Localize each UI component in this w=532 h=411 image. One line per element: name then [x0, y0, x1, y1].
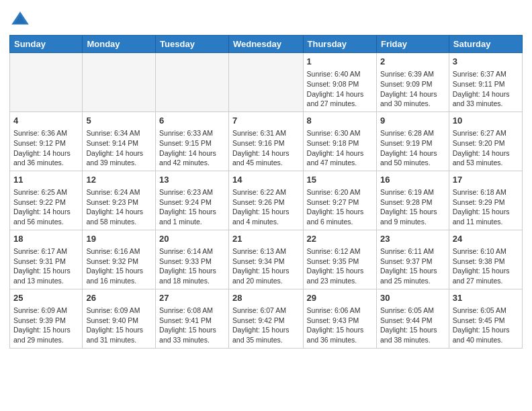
calendar-day-cell: 22Sunrise: 6:12 AMSunset: 9:35 PMDayligh…	[303, 230, 376, 289]
day-number: 21	[232, 233, 300, 245]
day-info: Sunrise: 6:40 AMSunset: 9:08 PMDaylight:…	[307, 69, 373, 109]
calendar-day-cell: 17Sunrise: 6:18 AMSunset: 9:29 PMDayligh…	[449, 171, 522, 230]
day-number: 5	[86, 115, 152, 127]
calendar-week-row: 18Sunrise: 6:17 AMSunset: 9:31 PMDayligh…	[10, 230, 523, 289]
day-number: 20	[159, 233, 225, 245]
logo	[9, 9, 34, 31]
day-number: 13	[159, 174, 225, 186]
day-number: 11	[13, 174, 79, 186]
day-info: Sunrise: 6:08 AMSunset: 9:41 PMDaylight:…	[159, 306, 225, 345]
weekday-header: Tuesday	[156, 36, 229, 53]
day-info: Sunrise: 6:22 AMSunset: 9:26 PMDaylight:…	[232, 187, 300, 227]
day-info: Sunrise: 6:34 AMSunset: 9:14 PMDaylight:…	[86, 128, 152, 168]
logo-icon	[9, 9, 31, 31]
day-info: Sunrise: 6:07 AMSunset: 9:42 PMDaylight:…	[232, 306, 300, 345]
calendar-day-cell	[10, 53, 83, 112]
day-number: 19	[86, 233, 152, 245]
day-info: Sunrise: 6:06 AMSunset: 9:43 PMDaylight:…	[307, 306, 373, 345]
day-number: 27	[159, 292, 225, 304]
calendar-day-cell: 24Sunrise: 6:10 AMSunset: 9:38 PMDayligh…	[449, 230, 522, 289]
day-info: Sunrise: 6:37 AMSunset: 9:11 PMDaylight:…	[453, 69, 519, 109]
weekday-header: Friday	[376, 36, 449, 53]
day-info: Sunrise: 6:16 AMSunset: 9:32 PMDaylight:…	[86, 246, 152, 286]
day-info: Sunrise: 6:23 AMSunset: 9:24 PMDaylight:…	[159, 187, 225, 227]
day-info: Sunrise: 6:18 AMSunset: 9:29 PMDaylight:…	[453, 187, 519, 227]
weekday-header: Saturday	[449, 36, 522, 53]
day-info: Sunrise: 6:24 AMSunset: 9:23 PMDaylight:…	[86, 187, 152, 227]
day-number: 17	[453, 174, 519, 186]
weekday-header: Monday	[83, 36, 156, 53]
day-number: 16	[380, 174, 445, 186]
day-info: Sunrise: 6:17 AMSunset: 9:31 PMDaylight:…	[13, 246, 79, 286]
calendar-week-row: 1Sunrise: 6:40 AMSunset: 9:08 PMDaylight…	[10, 53, 523, 112]
calendar-day-cell: 7Sunrise: 6:31 AMSunset: 9:16 PMDaylight…	[228, 111, 303, 171]
calendar-day-cell: 3Sunrise: 6:37 AMSunset: 9:11 PMDaylight…	[449, 53, 522, 112]
calendar-day-cell	[83, 53, 156, 112]
weekday-header-row: SundayMondayTuesdayWednesdayThursdayFrid…	[10, 36, 523, 53]
weekday-header: Wednesday	[228, 36, 303, 53]
day-number: 10	[453, 115, 519, 127]
page-header	[9, 7, 523, 31]
day-number: 25	[13, 292, 79, 304]
calendar-day-cell: 4Sunrise: 6:36 AMSunset: 9:12 PMDaylight…	[10, 111, 83, 171]
day-info: Sunrise: 6:31 AMSunset: 9:16 PMDaylight:…	[232, 128, 300, 168]
day-info: Sunrise: 6:27 AMSunset: 9:20 PMDaylight:…	[453, 128, 519, 168]
day-number: 24	[453, 233, 519, 245]
day-number: 30	[380, 292, 445, 304]
calendar-table: SundayMondayTuesdayWednesdayThursdayFrid…	[9, 35, 523, 349]
calendar-day-cell: 15Sunrise: 6:20 AMSunset: 9:27 PMDayligh…	[303, 171, 376, 230]
day-info: Sunrise: 6:19 AMSunset: 9:28 PMDaylight:…	[380, 187, 445, 227]
day-number: 29	[307, 292, 373, 304]
calendar-day-cell: 29Sunrise: 6:06 AMSunset: 9:43 PMDayligh…	[303, 289, 376, 348]
day-number: 3	[453, 56, 519, 68]
day-info: Sunrise: 6:10 AMSunset: 9:38 PMDaylight:…	[453, 246, 519, 286]
calendar-day-cell: 5Sunrise: 6:34 AMSunset: 9:14 PMDaylight…	[83, 111, 156, 171]
calendar-day-cell	[156, 53, 229, 112]
day-number: 22	[307, 233, 373, 245]
day-info: Sunrise: 6:20 AMSunset: 9:27 PMDaylight:…	[307, 187, 373, 227]
calendar-day-cell: 11Sunrise: 6:25 AMSunset: 9:22 PMDayligh…	[10, 171, 83, 230]
day-number: 2	[380, 56, 445, 68]
weekday-header: Thursday	[303, 36, 376, 53]
calendar-day-cell: 12Sunrise: 6:24 AMSunset: 9:23 PMDayligh…	[83, 171, 156, 230]
calendar-day-cell: 13Sunrise: 6:23 AMSunset: 9:24 PMDayligh…	[156, 171, 229, 230]
day-info: Sunrise: 6:13 AMSunset: 9:34 PMDaylight:…	[232, 246, 300, 286]
calendar-day-cell: 6Sunrise: 6:33 AMSunset: 9:15 PMDaylight…	[156, 111, 229, 171]
day-info: Sunrise: 6:14 AMSunset: 9:33 PMDaylight:…	[159, 246, 225, 286]
calendar-week-row: 11Sunrise: 6:25 AMSunset: 9:22 PMDayligh…	[10, 171, 523, 230]
day-info: Sunrise: 6:09 AMSunset: 9:40 PMDaylight:…	[86, 306, 152, 345]
day-number: 4	[13, 115, 79, 127]
day-info: Sunrise: 6:36 AMSunset: 9:12 PMDaylight:…	[13, 128, 79, 168]
calendar-day-cell: 10Sunrise: 6:27 AMSunset: 9:20 PMDayligh…	[449, 111, 522, 171]
day-number: 8	[307, 115, 373, 127]
calendar-day-cell: 19Sunrise: 6:16 AMSunset: 9:32 PMDayligh…	[83, 230, 156, 289]
day-number: 28	[232, 292, 300, 304]
day-number: 1	[307, 56, 373, 68]
calendar-day-cell: 27Sunrise: 6:08 AMSunset: 9:41 PMDayligh…	[156, 289, 229, 348]
calendar-day-cell: 1Sunrise: 6:40 AMSunset: 9:08 PMDaylight…	[303, 53, 376, 112]
calendar-day-cell: 18Sunrise: 6:17 AMSunset: 9:31 PMDayligh…	[10, 230, 83, 289]
calendar-day-cell: 16Sunrise: 6:19 AMSunset: 9:28 PMDayligh…	[376, 171, 449, 230]
calendar-day-cell: 9Sunrise: 6:28 AMSunset: 9:19 PMDaylight…	[376, 111, 449, 171]
day-info: Sunrise: 6:09 AMSunset: 9:39 PMDaylight:…	[13, 306, 79, 345]
day-info: Sunrise: 6:28 AMSunset: 9:19 PMDaylight:…	[380, 128, 445, 168]
calendar-day-cell: 2Sunrise: 6:39 AMSunset: 9:09 PMDaylight…	[376, 53, 449, 112]
day-info: Sunrise: 6:25 AMSunset: 9:22 PMDaylight:…	[13, 187, 79, 227]
day-number: 7	[232, 115, 300, 127]
calendar-day-cell	[228, 53, 303, 112]
calendar-day-cell: 25Sunrise: 6:09 AMSunset: 9:39 PMDayligh…	[10, 289, 83, 348]
calendar-week-row: 4Sunrise: 6:36 AMSunset: 9:12 PMDaylight…	[10, 111, 523, 171]
calendar-day-cell: 30Sunrise: 6:05 AMSunset: 9:44 PMDayligh…	[376, 289, 449, 348]
day-info: Sunrise: 6:39 AMSunset: 9:09 PMDaylight:…	[380, 69, 445, 109]
day-info: Sunrise: 6:12 AMSunset: 9:35 PMDaylight:…	[307, 246, 373, 286]
calendar-day-cell: 26Sunrise: 6:09 AMSunset: 9:40 PMDayligh…	[83, 289, 156, 348]
day-number: 14	[232, 174, 300, 186]
day-info: Sunrise: 6:05 AMSunset: 9:44 PMDaylight:…	[380, 306, 445, 345]
day-info: Sunrise: 6:11 AMSunset: 9:37 PMDaylight:…	[380, 246, 445, 286]
calendar-day-cell: 21Sunrise: 6:13 AMSunset: 9:34 PMDayligh…	[228, 230, 303, 289]
day-number: 9	[380, 115, 445, 127]
day-number: 31	[453, 292, 519, 304]
day-number: 6	[159, 115, 225, 127]
calendar-day-cell: 14Sunrise: 6:22 AMSunset: 9:26 PMDayligh…	[228, 171, 303, 230]
day-info: Sunrise: 6:05 AMSunset: 9:45 PMDaylight:…	[453, 306, 519, 345]
